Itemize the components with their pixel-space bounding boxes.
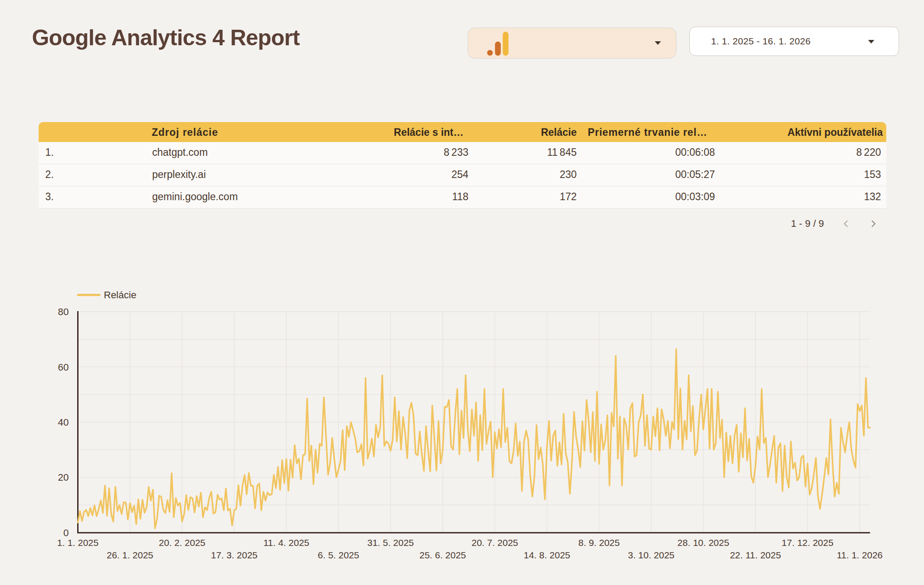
svg-text:20. 7. 2025: 20. 7. 2025 — [472, 538, 518, 548]
svg-text:25. 6. 2025: 25. 6. 2025 — [419, 550, 466, 560]
svg-text:17. 12. 2025: 17. 12. 2025 — [782, 538, 834, 548]
svg-text:28. 10. 2025: 28. 10. 2025 — [677, 538, 729, 548]
svg-text:11. 4. 2025: 11. 4. 2025 — [263, 538, 310, 548]
svg-text:80: 80 — [58, 306, 69, 317]
svg-text:Relácie: Relácie — [104, 289, 136, 300]
svg-text:0: 0 — [63, 527, 69, 538]
svg-text:11. 1. 2026: 11. 1. 2026 — [837, 550, 883, 560]
svg-text:20. 2. 2025: 20. 2. 2025 — [159, 538, 205, 548]
svg-text:20: 20 — [58, 472, 69, 483]
svg-text:3. 10. 2025: 3. 10. 2025 — [628, 550, 674, 560]
svg-text:31. 5. 2025: 31. 5. 2025 — [367, 538, 414, 548]
svg-text:26. 1. 2025: 26. 1. 2025 — [106, 550, 153, 560]
svg-text:8. 9. 2025: 8. 9. 2025 — [578, 538, 620, 548]
svg-text:60: 60 — [58, 362, 69, 373]
svg-text:6. 5. 2025: 6. 5. 2025 — [318, 550, 359, 560]
svg-text:22. 11. 2025: 22. 11. 2025 — [730, 550, 781, 560]
svg-text:14. 8. 2025: 14. 8. 2025 — [523, 550, 570, 560]
svg-text:40: 40 — [58, 417, 69, 428]
svg-text:17. 3. 2025: 17. 3. 2025 — [211, 550, 257, 560]
svg-text:1. 1. 2025: 1. 1. 2025 — [57, 538, 98, 548]
